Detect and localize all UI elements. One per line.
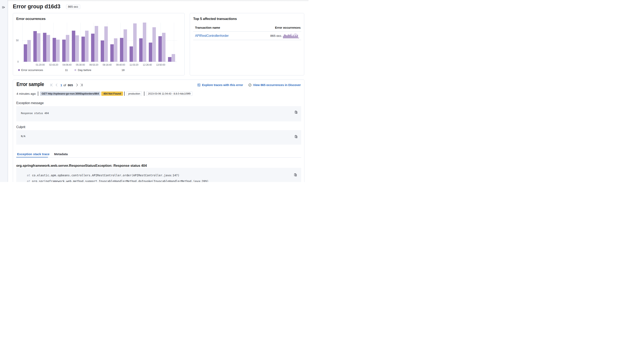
tabs-bottom-border [16, 157, 301, 158]
svg-text:11:03:20: 11:03:20 [129, 64, 139, 66]
copy-icon[interactable] [295, 111, 298, 114]
svg-text:02:43:20: 02:43:20 [49, 64, 58, 66]
column-header-transaction-name: Transaction name [195, 26, 220, 29]
stack-trace-block: at co.elastic.apm.opbeans.controllers.AP… [16, 168, 301, 182]
top-transactions-panel: Top 5 affected transactions Transaction … [190, 13, 304, 76]
legend-value-day-before: 18 [116, 68, 125, 72]
error-sample-actions: Explore traces with this error View 865 … [197, 83, 301, 87]
collapsed-sidebar [0, 0, 8, 182]
transactions-panel-title: Top 5 affected transactions [193, 17, 237, 21]
svg-text:05:30:00: 05:30:00 [76, 64, 85, 66]
badge-separator [124, 91, 125, 96]
culprit-label: Culprit [16, 125, 25, 129]
next-page-icon[interactable] [76, 83, 79, 87]
discover-app-icon [248, 83, 252, 87]
column-header-error-occurrences: Error occurrences [275, 26, 301, 29]
transaction-link[interactable]: APIRestController#order [195, 34, 229, 38]
copy-icon[interactable] [295, 135, 298, 138]
tab-metadata[interactable]: Metadata [54, 152, 68, 156]
legend-dot-error-occurrences [18, 69, 20, 71]
badge-separator [38, 91, 38, 96]
chart-title: Error occurrences [16, 17, 46, 21]
legend-value-error-occurrences: 11 [60, 68, 68, 72]
badge-separator [144, 91, 144, 96]
error-sample-panel: Error sample 1 of 865 Explore traces wit… [13, 79, 304, 182]
legend-label-day-before[interactable]: Day before [78, 68, 91, 72]
pagination-of-label: of [64, 83, 66, 87]
apm-error-group-page: Error group d16d3 865 occ 01:20:0002:43:… [0, 0, 308, 182]
error-sample-title: Error sample [16, 81, 44, 87]
timestamp-badge: 2023-03-06 11:04:43 - 8.8.0-4dc109f9 [146, 91, 192, 96]
occurrences-count-badge: 865 occ [66, 5, 80, 9]
legend-dot-day-before [75, 69, 76, 71]
svg-text:06:53:20: 06:53:20 [89, 64, 98, 66]
explore-traces-link[interactable]: Explore traces with this error [202, 83, 243, 87]
exception-message-text: Response status 404 [21, 111, 49, 115]
svg-text:13:50:00: 13:50:00 [156, 64, 165, 66]
view-occurrences-discover-link[interactable]: View 865 occurrences in Discover [253, 83, 301, 87]
last-page-icon[interactable] [80, 83, 83, 87]
previous-page-icon[interactable] [55, 83, 58, 87]
exception-message-block [16, 106, 301, 121]
expand-menu-icon[interactable] [2, 6, 5, 9]
error-sample-meta-row: 4 minutes ago GET http://opbeans-go-nsn:… [16, 91, 192, 96]
svg-text:01:20:00: 01:20:00 [36, 64, 45, 66]
copy-icon[interactable] [294, 173, 297, 177]
exception-title: org.springframework.web.server.ResponseS… [16, 163, 147, 168]
transaction-sparkline [283, 33, 299, 39]
svg-text:50: 50 [16, 39, 19, 42]
first-page-icon[interactable] [50, 83, 53, 87]
stack-frame: at co.elastic.apm.opbeans.controllers.AP… [27, 173, 179, 178]
environment-badge: production [127, 91, 142, 96]
pagination-current-page: 1 [60, 83, 62, 87]
tab-exception-stack-trace[interactable]: Exception stack trace [17, 152, 50, 156]
request-badge: GET http://opbeans-go-nsn:3000/api/order… [40, 91, 101, 96]
svg-text:0: 0 [17, 60, 19, 63]
error-occurrences-panel: 01:20:0002:43:2004:06:4005:30:0006:53:20… [13, 13, 185, 76]
table-row-divider [193, 40, 301, 40]
exception-message-label: Exception message [16, 101, 44, 105]
culprit-text: N/A [21, 134, 26, 138]
error-occurrences-bar-chart[interactable]: 01:20:0002:43:2004:06:4005:30:0006:53:20… [13, 13, 184, 68]
svg-text:12:26:40: 12:26:40 [143, 64, 152, 66]
apm-trace-icon [197, 83, 201, 87]
svg-text:08:16:40: 08:16:40 [103, 64, 112, 66]
legend-label-error-occurrences[interactable]: Error occurrences [21, 68, 43, 72]
pagination-total-pages: 865 [68, 83, 73, 87]
page-title: Error group d16d3 [13, 4, 60, 9]
table-header-divider [193, 31, 301, 32]
svg-text:04:06:40: 04:06:40 [63, 64, 72, 66]
header-shadow [8, 0, 308, 2]
error-time-ago: 4 minutes ago [16, 91, 36, 96]
svg-text:09:40:00: 09:40:00 [116, 64, 125, 66]
status-badge: 404 Not Found [101, 91, 123, 96]
transaction-occurrence-count: 865 occ. [270, 34, 282, 38]
stack-frame: at org.springframework.web.method.suppor… [27, 179, 208, 182]
culprit-block [16, 130, 301, 144]
